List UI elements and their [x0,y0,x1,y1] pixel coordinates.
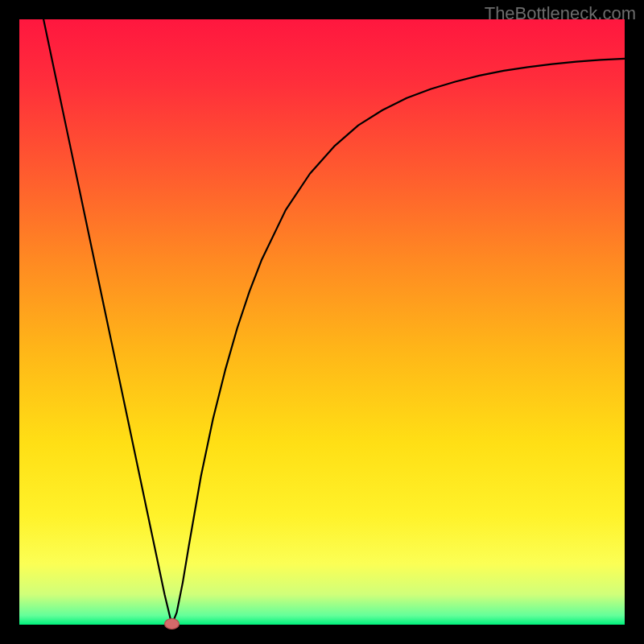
chart-container: TheBottleneck.com [0,0,644,644]
bottleneck-curve-chart [0,0,644,644]
watermark-label: TheBottleneck.com [485,3,636,24]
